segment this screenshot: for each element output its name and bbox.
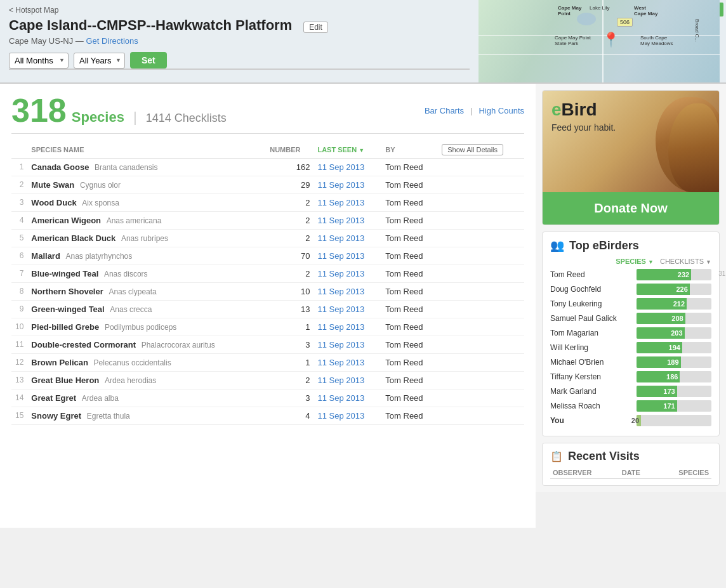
details-cell (438, 265, 524, 283)
last-seen-link[interactable]: 11 Sep 2013 (317, 180, 364, 190)
last-seen-link[interactable]: 11 Sep 2013 (317, 198, 364, 207)
last-seen-cell[interactable]: 11 Sep 2013 (314, 159, 381, 176)
table-row: 2 Mute Swan Cygnus olor 29 11 Sep 2013 T… (11, 176, 524, 194)
last-seen-cell[interactable]: 11 Sep 2013 (314, 372, 381, 389)
observer-name: Tom Reed (385, 162, 423, 172)
ebirder-row: Will Kerling 194 (550, 342, 711, 353)
species-number: 2 (266, 194, 314, 212)
show-all-details-th: Show All Details (438, 141, 524, 159)
species-common-name: Mute Swan (31, 180, 74, 190)
last-seen-link[interactable]: 11 Sep 2013 (317, 340, 364, 350)
species-common-name: Pied-billed Grebe (31, 322, 99, 332)
species-tab[interactable]: SPECIES ▼ (616, 258, 654, 265)
ebirder-row: Tiffany Kersten 186 (550, 371, 711, 382)
ebirder-name: Tony Leukering (550, 299, 633, 308)
ebirder-bar: 194 (637, 342, 711, 353)
checklists-tab[interactable]: CHECKLISTS ▼ (660, 258, 711, 265)
observer-name: Tom Reed (385, 322, 423, 332)
species-number: 162 (266, 159, 314, 176)
last-seen-link[interactable]: 11 Sep 2013 (317, 287, 364, 296)
row-number: 7 (11, 265, 27, 283)
col-last-seen[interactable]: LAST SEEN ▼ (314, 141, 381, 159)
species-common-name: Great Blue Heron (31, 376, 99, 385)
species-scientific-name: Pelecanus occidentalis (94, 358, 171, 367)
row-number: 15 (11, 407, 27, 425)
ebirder-row: Tony Leukering 212 (550, 298, 711, 310)
last-seen-cell[interactable]: 11 Sep 2013 (314, 336, 381, 354)
by-cell: Tom Reed (381, 176, 438, 194)
show-all-details-button[interactable]: Show All Details (442, 144, 503, 155)
ebirder-row: Michael O'Brien 189 (550, 356, 711, 368)
months-select[interactable]: All Months JanuaryFebruaryMarch AprilMay… (9, 53, 69, 69)
last-seen-cell[interactable]: 11 Sep 2013 (314, 230, 381, 247)
species-common-name: Canada Goose (31, 162, 89, 172)
years-select[interactable]: All Years 201320122011 2010200920082007 (74, 53, 125, 69)
species-scientific-name: Branta canadensis (95, 163, 157, 172)
last-seen-link[interactable]: 11 Sep 2013 (317, 411, 364, 421)
species-scientific-name: Anas platyrhynchos (66, 252, 133, 261)
last-seen-link[interactable]: 11 Sep 2013 (317, 251, 364, 261)
last-seen-cell[interactable]: 11 Sep 2013 (314, 283, 381, 301)
last-seen-cell[interactable]: 11 Sep 2013 (314, 176, 381, 194)
last-seen-link[interactable]: 11 Sep 2013 (317, 393, 364, 403)
last-seen-link[interactable]: 11 Sep 2013 (317, 216, 364, 225)
recent-visits-section: 📋 Recent Visits OBSERVER DATE SPECIES (542, 443, 720, 486)
details-cell (438, 407, 524, 425)
recent-visits-title: Recent Visits (568, 450, 640, 463)
observer-name: Tom Reed (385, 304, 423, 314)
last-seen-link[interactable]: 11 Sep 2013 (317, 304, 364, 314)
page-title: Cape Island--CMPSP--Hawkwatch Platform (9, 17, 292, 34)
table-row: 14 Great Egret Ardea alba 3 11 Sep 2013 … (11, 389, 524, 407)
observer-name: Tom Reed (385, 411, 423, 421)
last-seen-cell[interactable]: 11 Sep 2013 (314, 212, 381, 230)
last-seen-link[interactable]: 11 Sep 2013 (317, 233, 364, 243)
species-name-cell: American Black Duck Anas rubripes (27, 230, 266, 247)
last-seen-cell[interactable]: 11 Sep 2013 (314, 407, 381, 425)
species-number: 13 (266, 301, 314, 318)
species-scientific-name: Phalacrocorax auritus (142, 341, 215, 350)
last-seen-cell[interactable]: 11 Sep 2013 (314, 247, 381, 265)
edit-button[interactable]: Edit (303, 22, 328, 33)
table-row: 4 American Wigeon Anas americana 2 11 Se… (11, 212, 524, 230)
last-seen-cell[interactable]: 11 Sep 2013 (314, 389, 381, 407)
top-ebirders-title: Top eBirders (569, 239, 639, 252)
last-seen-link[interactable]: 11 Sep 2013 (317, 269, 364, 278)
details-cell (438, 247, 524, 265)
observer-name: Tom Reed (385, 287, 423, 296)
row-number: 3 (11, 194, 27, 212)
last-seen-cell[interactable]: 11 Sep 2013 (314, 318, 381, 336)
species-common-name: Wood Duck (31, 198, 76, 207)
details-cell (438, 159, 524, 176)
row-number: 9 (11, 301, 27, 318)
last-seen-cell[interactable]: 11 Sep 2013 (314, 301, 381, 318)
table-row: 10 Pied-billed Grebe Podilymbus podiceps… (11, 318, 524, 336)
hotspot-map-link[interactable]: Hotspot Map (9, 6, 58, 15)
species-count: 318 (11, 94, 67, 127)
top-ebirders-section: 👥 Top eBirders SPECIES ▼ CHECKLISTS ▼ To… (542, 232, 720, 436)
species-scientific-name: Ardea herodias (105, 376, 156, 385)
get-directions-link[interactable]: Get Directions (86, 36, 138, 46)
last-seen-cell[interactable]: 11 Sep 2013 (314, 194, 381, 212)
table-row: 9 Green-winged Teal Anas crecca 13 11 Se… (11, 301, 524, 318)
row-number: 2 (11, 176, 27, 194)
table-row: 12 Brown Pelican Pelecanus occidentalis … (11, 354, 524, 372)
details-cell (438, 230, 524, 247)
last-seen-link[interactable]: 11 Sep 2013 (317, 322, 364, 332)
last-seen-link[interactable]: 11 Sep 2013 (317, 376, 364, 385)
last-seen-link[interactable]: 11 Sep 2013 (317, 162, 364, 172)
high-counts-link[interactable]: High Counts (478, 106, 524, 115)
table-row: 3 Wood Duck Aix sponsa 2 11 Sep 2013 Tom… (11, 194, 524, 212)
species-name-cell: Great Blue Heron Ardea herodias (27, 372, 266, 389)
species-common-name: Mallard (31, 251, 60, 261)
donate-now-button[interactable]: Donate Now (543, 192, 719, 225)
species-common-name: Northern Shoveler (31, 287, 103, 296)
set-button[interactable]: Set (130, 52, 167, 69)
last-seen-link[interactable]: 11 Sep 2013 (317, 358, 364, 367)
species-table: SPECIES NAME NUMBER LAST SEEN ▼ BY Show … (11, 141, 524, 425)
last-seen-cell[interactable]: 11 Sep 2013 (314, 265, 381, 283)
by-cell: Tom Reed (381, 407, 438, 425)
ebirder-bar: 186 (637, 371, 711, 382)
bar-charts-link[interactable]: Bar Charts (425, 106, 464, 115)
you-bar: 20 (637, 415, 711, 426)
last-seen-cell[interactable]: 11 Sep 2013 (314, 354, 381, 372)
